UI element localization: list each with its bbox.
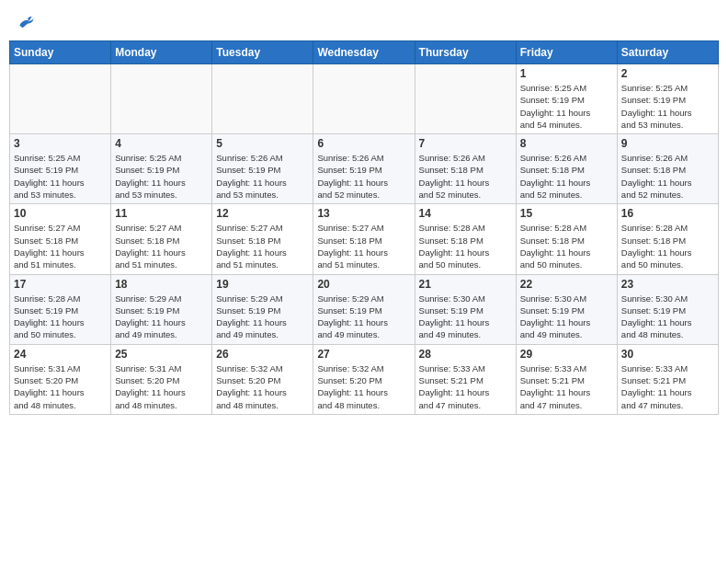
day-number: 29 <box>520 348 613 361</box>
calendar-header-monday: Monday <box>111 41 212 64</box>
calendar-cell: 16Sunrise: 5:28 AM Sunset: 5:18 PM Dayli… <box>617 204 718 274</box>
calendar-cell: 22Sunrise: 5:30 AM Sunset: 5:19 PM Dayli… <box>516 274 617 344</box>
calendar-cell: 29Sunrise: 5:33 AM Sunset: 5:21 PM Dayli… <box>516 344 617 414</box>
day-number: 21 <box>419 278 512 291</box>
day-info: Sunrise: 5:28 AM Sunset: 5:19 PM Dayligh… <box>14 293 107 341</box>
calendar-cell: 30Sunrise: 5:33 AM Sunset: 5:21 PM Dayli… <box>617 344 718 414</box>
logo <box>15 13 35 31</box>
day-number: 16 <box>621 207 714 220</box>
day-number: 5 <box>216 137 309 150</box>
day-number: 12 <box>216 207 309 220</box>
day-number: 4 <box>115 137 208 150</box>
day-number: 1 <box>520 67 613 80</box>
day-number: 9 <box>621 137 714 150</box>
day-number: 6 <box>317 137 410 150</box>
day-info: Sunrise: 5:25 AM Sunset: 5:19 PM Dayligh… <box>115 152 208 201</box>
day-info: Sunrise: 5:32 AM Sunset: 5:20 PM Dayligh… <box>216 362 309 411</box>
calendar-cell: 17Sunrise: 5:28 AM Sunset: 5:19 PM Dayli… <box>10 274 111 344</box>
calendar-cell <box>313 64 415 134</box>
calendar-cell: 21Sunrise: 5:30 AM Sunset: 5:19 PM Dayli… <box>415 274 516 344</box>
day-info: Sunrise: 5:25 AM Sunset: 5:19 PM Dayligh… <box>621 82 714 131</box>
day-number: 17 <box>14 278 107 291</box>
day-info: Sunrise: 5:27 AM Sunset: 5:18 PM Dayligh… <box>216 222 309 270</box>
day-number: 19 <box>216 278 309 291</box>
day-info: Sunrise: 5:33 AM Sunset: 5:21 PM Dayligh… <box>520 362 613 411</box>
day-info: Sunrise: 5:30 AM Sunset: 5:19 PM Dayligh… <box>520 293 613 341</box>
day-number: 26 <box>216 348 309 361</box>
calendar-cell <box>111 64 212 134</box>
day-info: Sunrise: 5:25 AM Sunset: 5:19 PM Dayligh… <box>520 82 613 131</box>
calendar-header-row: SundayMondayTuesdayWednesdayThursdayFrid… <box>10 41 719 64</box>
day-number: 27 <box>317 348 410 361</box>
calendar-cell: 8Sunrise: 5:26 AM Sunset: 5:18 PM Daylig… <box>516 134 617 204</box>
calendar-table: SundayMondayTuesdayWednesdayThursdayFrid… <box>9 40 719 415</box>
calendar-header-sunday: Sunday <box>10 41 111 64</box>
calendar-week-row: 3Sunrise: 5:25 AM Sunset: 5:19 PM Daylig… <box>10 134 719 204</box>
day-number: 7 <box>419 137 512 150</box>
day-number: 28 <box>419 348 512 361</box>
calendar-header-wednesday: Wednesday <box>313 41 415 64</box>
day-info: Sunrise: 5:31 AM Sunset: 5:20 PM Dayligh… <box>14 362 107 411</box>
calendar-cell: 3Sunrise: 5:25 AM Sunset: 5:19 PM Daylig… <box>10 134 111 204</box>
calendar-cell: 5Sunrise: 5:26 AM Sunset: 5:19 PM Daylig… <box>212 134 313 204</box>
day-number: 3 <box>14 137 107 150</box>
day-info: Sunrise: 5:26 AM Sunset: 5:18 PM Dayligh… <box>419 152 512 201</box>
calendar-cell: 19Sunrise: 5:29 AM Sunset: 5:19 PM Dayli… <box>212 274 313 344</box>
calendar-cell: 26Sunrise: 5:32 AM Sunset: 5:20 PM Dayli… <box>212 344 313 414</box>
calendar-cell: 27Sunrise: 5:32 AM Sunset: 5:20 PM Dayli… <box>313 344 415 414</box>
day-info: Sunrise: 5:25 AM Sunset: 5:19 PM Dayligh… <box>14 152 107 201</box>
day-info: Sunrise: 5:28 AM Sunset: 5:18 PM Dayligh… <box>419 222 512 270</box>
calendar-header-thursday: Thursday <box>415 41 516 64</box>
day-info: Sunrise: 5:28 AM Sunset: 5:18 PM Dayligh… <box>621 222 714 270</box>
day-number: 10 <box>14 207 107 220</box>
calendar-cell: 6Sunrise: 5:26 AM Sunset: 5:19 PM Daylig… <box>313 134 415 204</box>
day-number: 24 <box>14 348 107 361</box>
day-info: Sunrise: 5:27 AM Sunset: 5:18 PM Dayligh… <box>317 222 410 270</box>
calendar-cell: 10Sunrise: 5:27 AM Sunset: 5:18 PM Dayli… <box>10 204 111 274</box>
calendar-cell: 28Sunrise: 5:33 AM Sunset: 5:21 PM Dayli… <box>415 344 516 414</box>
calendar-week-row: 1Sunrise: 5:25 AM Sunset: 5:19 PM Daylig… <box>10 64 719 134</box>
day-number: 22 <box>520 278 613 291</box>
day-number: 20 <box>317 278 410 291</box>
day-number: 15 <box>520 207 613 220</box>
day-info: Sunrise: 5:30 AM Sunset: 5:19 PM Dayligh… <box>621 293 714 341</box>
day-info: Sunrise: 5:27 AM Sunset: 5:18 PM Dayligh… <box>115 222 208 270</box>
day-info: Sunrise: 5:29 AM Sunset: 5:19 PM Dayligh… <box>216 293 309 341</box>
calendar-cell: 1Sunrise: 5:25 AM Sunset: 5:19 PM Daylig… <box>516 64 617 134</box>
calendar-cell: 18Sunrise: 5:29 AM Sunset: 5:19 PM Dayli… <box>111 274 212 344</box>
calendar-cell: 13Sunrise: 5:27 AM Sunset: 5:18 PM Dayli… <box>313 204 415 274</box>
day-info: Sunrise: 5:29 AM Sunset: 5:19 PM Dayligh… <box>317 293 410 341</box>
calendar-header-tuesday: Tuesday <box>212 41 313 64</box>
day-info: Sunrise: 5:26 AM Sunset: 5:19 PM Dayligh… <box>317 152 410 201</box>
calendar-cell <box>10 64 111 134</box>
calendar-cell: 2Sunrise: 5:25 AM Sunset: 5:19 PM Daylig… <box>617 64 718 134</box>
calendar-cell: 15Sunrise: 5:28 AM Sunset: 5:18 PM Dayli… <box>516 204 617 274</box>
calendar-header-saturday: Saturday <box>617 41 718 64</box>
day-info: Sunrise: 5:29 AM Sunset: 5:19 PM Dayligh… <box>115 293 208 341</box>
calendar-header-friday: Friday <box>516 41 617 64</box>
day-info: Sunrise: 5:33 AM Sunset: 5:21 PM Dayligh… <box>621 362 714 411</box>
calendar-cell: 4Sunrise: 5:25 AM Sunset: 5:19 PM Daylig… <box>111 134 212 204</box>
calendar-week-row: 10Sunrise: 5:27 AM Sunset: 5:18 PM Dayli… <box>10 204 719 274</box>
calendar-week-row: 17Sunrise: 5:28 AM Sunset: 5:19 PM Dayli… <box>10 274 719 344</box>
page-header <box>9 9 719 35</box>
calendar-week-row: 24Sunrise: 5:31 AM Sunset: 5:20 PM Dayli… <box>10 344 719 414</box>
day-info: Sunrise: 5:26 AM Sunset: 5:19 PM Dayligh… <box>216 152 309 201</box>
calendar-cell: 14Sunrise: 5:28 AM Sunset: 5:18 PM Dayli… <box>415 204 516 274</box>
day-number: 13 <box>317 207 410 220</box>
calendar-cell: 7Sunrise: 5:26 AM Sunset: 5:18 PM Daylig… <box>415 134 516 204</box>
calendar-cell: 20Sunrise: 5:29 AM Sunset: 5:19 PM Dayli… <box>313 274 415 344</box>
day-number: 8 <box>520 137 613 150</box>
day-info: Sunrise: 5:26 AM Sunset: 5:18 PM Dayligh… <box>520 152 613 201</box>
calendar-cell: 9Sunrise: 5:26 AM Sunset: 5:18 PM Daylig… <box>617 134 718 204</box>
day-info: Sunrise: 5:28 AM Sunset: 5:18 PM Dayligh… <box>520 222 613 270</box>
calendar-cell: 11Sunrise: 5:27 AM Sunset: 5:18 PM Dayli… <box>111 204 212 274</box>
day-number: 30 <box>621 348 714 361</box>
calendar-cell <box>415 64 516 134</box>
day-info: Sunrise: 5:33 AM Sunset: 5:21 PM Dayligh… <box>419 362 512 411</box>
day-info: Sunrise: 5:27 AM Sunset: 5:18 PM Dayligh… <box>14 222 107 270</box>
day-number: 14 <box>419 207 512 220</box>
day-number: 2 <box>621 67 714 80</box>
day-info: Sunrise: 5:31 AM Sunset: 5:20 PM Dayligh… <box>115 362 208 411</box>
day-info: Sunrise: 5:32 AM Sunset: 5:20 PM Dayligh… <box>317 362 410 411</box>
